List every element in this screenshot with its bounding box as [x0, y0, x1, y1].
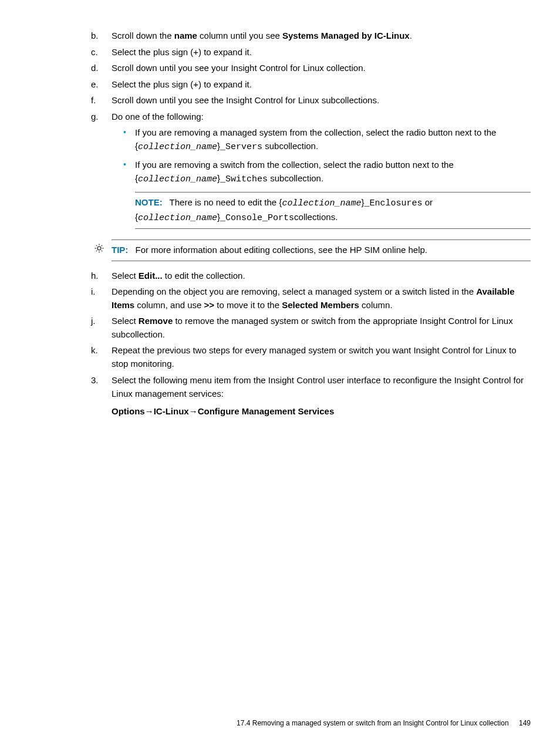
- step-b-marker: b.: [91, 29, 106, 43]
- step-j: j. Select Remove to remove the managed s…: [112, 315, 531, 341]
- svg-line-7: [96, 251, 97, 252]
- page-footer: 17.4 Removing a managed system or switch…: [237, 718, 531, 728]
- step-c-text: Select the plus sign (+) to expand it.: [112, 47, 252, 57]
- footer-section: 17.4 Removing a managed system or switch…: [237, 719, 509, 727]
- menu-path: Options→IC-Linux→Configure Management Se…: [112, 405, 531, 418]
- step-3-marker: 3.: [91, 374, 106, 387]
- step-d-text: Scroll down until you see your Insight C…: [112, 63, 366, 73]
- step-f-text: Scroll down until you see the Insight Co…: [112, 95, 379, 105]
- numbered-list: 3. Select the following menu item from t…: [29, 374, 531, 418]
- svg-line-5: [96, 245, 97, 247]
- step-h-marker: h.: [91, 269, 106, 283]
- tip-wrapper: TIP: For more information about editing …: [112, 239, 531, 261]
- step-e-text: Select the plus sign (+) to expand it.: [112, 79, 252, 89]
- alpha-list-1: b. Scroll down the name column until you…: [29, 29, 531, 229]
- step-h-text: Select Edit... to edit the collection.: [112, 271, 245, 281]
- tip-box: TIP: For more information about editing …: [112, 239, 531, 261]
- step-j-marker: j.: [91, 315, 106, 328]
- step-c-marker: c.: [91, 46, 106, 59]
- step-h: h. Select Edit... to edit the collection…: [112, 269, 531, 283]
- svg-line-6: [102, 251, 103, 252]
- bullet-0: If you are removing a managed system fro…: [135, 126, 531, 154]
- step-k: k. Repeat the previous two steps for eve…: [112, 344, 531, 370]
- step-f-marker: f.: [91, 94, 106, 107]
- tip-label: TIP:: [112, 245, 128, 255]
- step-b-text: Scroll down the name column until you se…: [112, 31, 412, 40]
- step-j-text: Select Remove to remove the managed syst…: [112, 316, 513, 339]
- step-i-text: Depending on the object you are removing…: [112, 286, 515, 310]
- alpha-list-2: h. Select Edit... to edit the collection…: [29, 269, 531, 371]
- step-g-text: Do one of the following:: [112, 112, 204, 121]
- step-e: e. Select the plus sign (+) to expand it…: [112, 78, 531, 92]
- note-text: There is no need to edit the {collection…: [135, 197, 433, 222]
- lightbulb-icon: [94, 243, 104, 254]
- step-b: b. Scroll down the name column until you…: [112, 29, 531, 43]
- step-f: f. Scroll down until you see the Insight…: [112, 94, 531, 107]
- step-k-marker: k.: [91, 344, 106, 357]
- step-k-text: Repeat the previous two steps for every …: [112, 345, 517, 369]
- note-label: NOTE:: [135, 197, 163, 207]
- step-g-marker: g.: [91, 110, 106, 124]
- note-box: NOTE: There is no need to edit the {coll…: [135, 192, 531, 229]
- step-3-text: Select the following menu item from the …: [112, 375, 524, 399]
- bullet-1: If you are removing a switch from the co…: [135, 158, 531, 186]
- page-number: 149: [519, 719, 531, 727]
- step-i: i. Depending on the object you are remov…: [112, 285, 531, 312]
- step-g: g. Do one of the following: If you are r…: [112, 110, 531, 229]
- step-d-marker: d.: [91, 62, 106, 75]
- svg-point-0: [97, 247, 101, 250]
- step-i-marker: i.: [91, 285, 106, 299]
- svg-line-8: [102, 245, 103, 247]
- step-c: c. Select the plus sign (+) to expand it…: [112, 46, 531, 59]
- step-e-marker: e.: [91, 78, 106, 92]
- step-3: 3. Select the following menu item from t…: [112, 374, 531, 418]
- step-d: d. Scroll down until you see your Insigh…: [112, 62, 531, 75]
- bullet-list: If you are removing a managed system fro…: [112, 126, 531, 186]
- tip-text: For more information about editing colle…: [136, 245, 428, 255]
